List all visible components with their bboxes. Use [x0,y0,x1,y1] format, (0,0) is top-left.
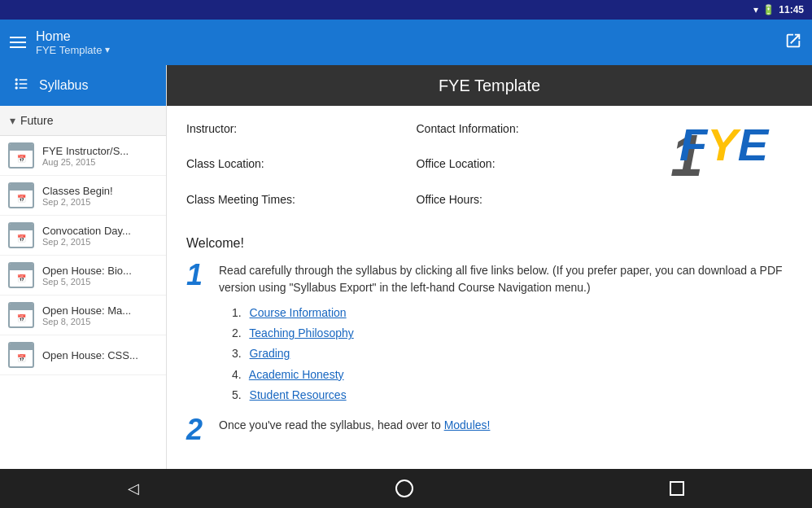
sidebar-item-text: Open House: Bio... Sep 5, 2015 [42,265,132,287]
link-number: 3. [232,347,242,360]
status-icons: ▾ 🔋 11:45 [753,4,804,15]
main-layout: Syllabus ▾ Future 📅 FYE Instructor/S... … [0,65,812,469]
sidebar-list-item[interactable]: 📅 Open House: CSS... [0,335,166,375]
dropdown-arrow-icon[interactable]: ▾ [105,44,110,55]
calendar-icon: 📅 [8,222,34,248]
sidebar-item-date: Sep 2, 2015 [42,237,131,247]
sidebar-item-text: Classes Begin! Sep 2, 2015 [42,185,113,207]
recents-square-icon [670,481,684,496]
external-link-button[interactable] [784,32,802,54]
step-1-number: 1 [186,261,209,290]
hamburger-menu-icon[interactable] [10,37,26,48]
recents-button[interactable] [645,475,709,502]
student-resources-link[interactable]: Student Resources [250,388,347,401]
course-info-link[interactable]: Course Information [250,306,347,319]
home-button[interactable] [371,473,438,504]
app-bar: Home FYE Template ▾ [0,20,812,65]
link-number: 2. [232,326,242,339]
bottom-nav: ◁ [0,469,812,508]
step-2-before-text: Once you've read the syllabus, head over… [219,418,444,431]
sidebar-section-label: Future [20,114,53,127]
app-bar-subtitle-text: FYE Template [36,44,102,56]
sidebar-list-item[interactable]: 📅 Convocation Day... Sep 2, 2015 [0,216,166,256]
sidebar-item-text: Open House: Ma... Sep 8, 2015 [42,304,131,326]
svg-point-2 [15,82,18,85]
fye-logo: 1 FYE [646,122,792,220]
sidebar-item-text: Open House: CSS... [42,349,138,361]
battery-icon: 🔋 [762,4,775,15]
content-header-title: FYE Template [439,77,540,95]
step-2-text: Once you've read the syllabus, head over… [219,415,490,434]
step-1-text: Read carefully through the syllabus by c… [219,261,792,296]
link-number: 1. [232,306,242,319]
link-number: 5. [232,388,242,401]
sidebar-item-name: Convocation Day... [42,225,131,237]
sidebar-list-item[interactable]: 📅 FYE Instructor/S... Aug 25, 2015 [0,136,166,176]
modules-link[interactable]: Modules! [444,418,491,431]
class-location-label: Class Location: [186,157,400,184]
list-item: 1. Course Information [232,303,792,323]
calendar-icon: 📅 [8,302,34,328]
svg-point-4 [15,86,18,89]
calendar-icon: 📅 [8,142,34,169]
calendar-icon: 📅 [8,182,34,208]
sidebar-item-date: Aug 25, 2015 [42,157,129,167]
sidebar-items-list: 📅 FYE Instructor/S... Aug 25, 2015 📅 Cla… [0,136,166,469]
sidebar-item-date: Sep 8, 2015 [42,317,131,326]
office-hours-label: Office Hours: [417,193,631,220]
list-item: 5. Student Resources [232,385,792,405]
svg-rect-1 [20,79,28,81]
sidebar-list-item[interactable]: 📅 Open House: Ma... Sep 8, 2015 [0,296,166,335]
step-2-number: 2 [186,415,209,444]
calendar-icon: 📅 [8,342,34,368]
welcome-title: Welcome! [186,236,792,251]
svg-rect-3 [20,83,28,85]
teaching-philosophy-link[interactable]: Teaching Philosophy [249,326,353,339]
svg-point-0 [15,78,18,81]
list-item: 4. Academic Honesty [232,365,792,385]
wifi-icon: ▾ [753,4,758,15]
app-bar-subtitle: FYE Template ▾ [36,44,110,56]
grading-link[interactable]: Grading [250,347,290,360]
sidebar-item-text: Convocation Day... Sep 2, 2015 [42,225,131,247]
sidebar-title: Syllabus [39,78,88,93]
sidebar-header: Syllabus [0,65,166,106]
instructor-label: Instructor: [186,122,400,149]
sidebar-item-name: Open House: CSS... [42,349,138,361]
sidebar: Syllabus ▾ Future 📅 FYE Instructor/S... … [0,65,167,469]
sidebar-item-name: FYE Instructor/S... [42,145,129,157]
calendar-icon: 📅 [8,262,34,288]
status-bar: ▾ 🔋 11:45 [0,0,812,20]
list-item: 3. Grading [232,344,792,364]
sidebar-item-text: FYE Instructor/S... Aug 25, 2015 [42,145,129,167]
sidebar-collapse-icon[interactable]: ▾ [10,114,15,127]
sidebar-item-date: Sep 5, 2015 [42,277,132,287]
welcome-section: Welcome! [186,236,792,251]
contact-label: Contact Information: [417,122,631,149]
sidebar-list-item[interactable]: 📅 Classes Begin! Sep 2, 2015 [0,176,166,216]
sidebar-item-date: Sep 2, 2015 [42,197,113,207]
app-bar-home-label: Home [36,29,110,44]
sidebar-item-name: Open House: Ma... [42,304,131,317]
sidebar-list-item[interactable]: 📅 Open House: Bio... Sep 5, 2015 [0,256,166,296]
home-circle-icon [395,480,413,497]
info-grid: Instructor: Contact Information: 1 FYE C… [186,122,792,220]
sidebar-item-name: Open House: Bio... [42,265,132,277]
content-header: FYE Template [167,65,812,106]
academic-honesty-link[interactable]: Academic Honesty [249,368,344,381]
sidebar-section-header: ▾ Future [0,106,166,136]
back-button[interactable]: ◁ [103,473,164,504]
link-number: 4. [232,368,242,381]
status-time: 11:45 [779,4,804,15]
svg-rect-5 [20,87,28,89]
content-body: Instructor: Contact Information: 1 FYE C… [167,106,812,469]
syllabus-links-list: 1. Course Information 2. Teaching Philos… [232,303,792,405]
sidebar-lines-icon [13,76,29,96]
fye-text: FYE [679,122,768,168]
step-2-block: 2 Once you've read the syllabus, head ov… [186,415,792,444]
step-1-block: 1 Read carefully through the syllabus by… [186,261,792,405]
sidebar-item-name: Classes Begin! [42,185,113,197]
list-item: 2. Teaching Philosophy [232,323,792,344]
office-location-label: Office Location: [417,157,631,184]
content-area: FYE Template Instructor: Contact Informa… [167,65,812,469]
